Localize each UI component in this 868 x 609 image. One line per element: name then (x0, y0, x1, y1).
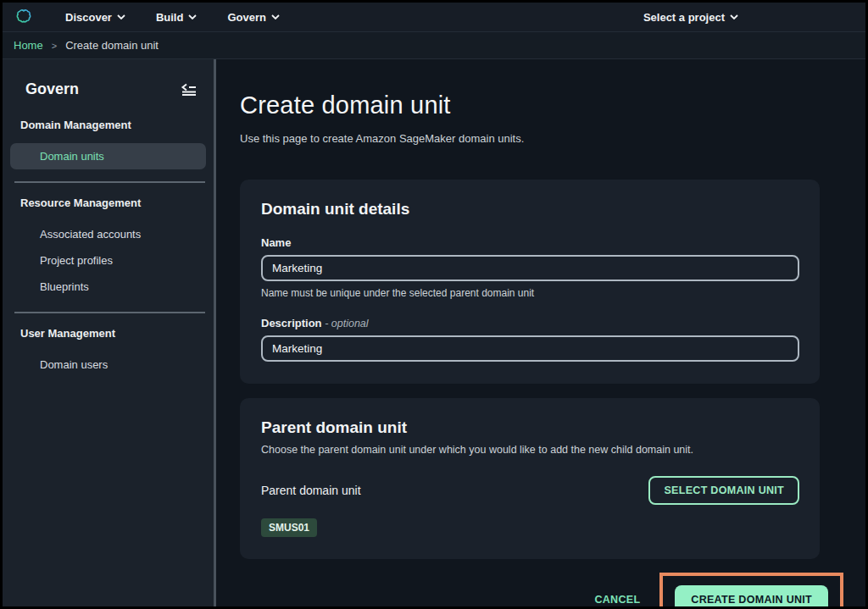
chevron-down-icon (271, 14, 280, 19)
project-selector-label: Select a project (643, 11, 725, 24)
select-domain-unit-button[interactable]: SELECT DOMAIN UNIT (648, 476, 799, 505)
cancel-button[interactable]: CANCEL (594, 594, 640, 606)
breadcrumb: Home > Create domain unit (3, 31, 865, 59)
chevron-down-icon (117, 14, 125, 19)
sidebar-govern: Govern Domain Management Domain units Re… (3, 59, 216, 606)
details-card-title: Domain unit details (261, 200, 799, 219)
parent-field-row: Parent domain unit SELECT DOMAIN UNIT (261, 476, 799, 505)
breadcrumb-current: Create domain unit (65, 39, 159, 52)
sidebar-divider (14, 312, 205, 313)
create-domain-unit-button[interactable]: CREATE DOMAIN UNIT (675, 585, 828, 606)
nav-menu-label: Build (156, 11, 184, 24)
sidebar-item-project-profiles[interactable]: Project profiles (3, 247, 214, 274)
collapse-sidebar-icon[interactable] (181, 83, 197, 96)
parent-field-label: Parent domain unit (261, 484, 361, 497)
sagemaker-brain-icon[interactable] (13, 6, 35, 28)
name-field-label: Name (261, 236, 799, 249)
sidebar-title: Govern (25, 80, 79, 98)
page-title: Create domain unit (240, 91, 865, 119)
nav-menu-build[interactable]: Build (141, 3, 213, 31)
nav-menu-govern[interactable]: Govern (212, 3, 295, 31)
description-input[interactable] (261, 335, 799, 362)
parent-card-title: Parent domain unit (261, 418, 799, 437)
chevron-down-icon (188, 14, 197, 19)
sidebar-item-domain-users[interactable]: Domain users (3, 352, 214, 378)
main-panel: Create domain unit Use this page to crea… (216, 59, 865, 606)
nav-menu-label: Discover (65, 11, 112, 24)
description-label-text: Description (261, 317, 322, 329)
project-selector[interactable]: Select a project (628, 3, 754, 31)
name-input[interactable] (261, 255, 799, 281)
sidebar-item-blueprints[interactable]: Blueprints (3, 274, 214, 300)
sidebar-item-domain-units[interactable]: Domain units (10, 143, 206, 169)
parent-domain-unit-badge: SMUS01 (261, 518, 317, 537)
domain-unit-details-card: Domain unit details Name Name must be un… (240, 180, 820, 384)
description-optional-text: - optional (325, 318, 368, 329)
form-actions: CANCEL CREATE DOMAIN UNIT (240, 573, 843, 606)
breadcrumb-home-link[interactable]: Home (14, 39, 43, 52)
sidebar-divider (14, 181, 205, 183)
nav-menu-discover[interactable]: Discover (50, 3, 141, 31)
sidebar-section-resource-management: Resource Management (3, 197, 214, 209)
chevron-down-icon (730, 14, 738, 19)
nav-menu-label: Govern (227, 11, 266, 24)
annotation-highlight-box: CREATE DOMAIN UNIT (659, 573, 843, 606)
sidebar-header: Govern (3, 80, 214, 98)
app-window: Discover Build Govern Select a project (0, 0, 868, 609)
top-navigation-bar: Discover Build Govern Select a project (3, 3, 865, 31)
content-area: Govern Domain Management Domain units Re… (3, 59, 865, 606)
name-helper-text: Name must be unique under the selected p… (261, 287, 799, 299)
parent-card-description: Choose the parent domain unit under whic… (261, 444, 799, 456)
page-subtitle: Use this page to create Amazon SageMaker… (240, 132, 865, 145)
breadcrumb-separator: > (52, 41, 57, 51)
description-field-label: Description - optional (261, 317, 799, 329)
sidebar-section-user-management: User Management (3, 327, 214, 340)
sidebar-section-domain-management: Domain Management (3, 119, 214, 131)
sidebar-item-associated-accounts[interactable]: Associated accounts (3, 221, 214, 247)
parent-domain-unit-card: Parent domain unit Choose the parent dom… (240, 398, 820, 559)
